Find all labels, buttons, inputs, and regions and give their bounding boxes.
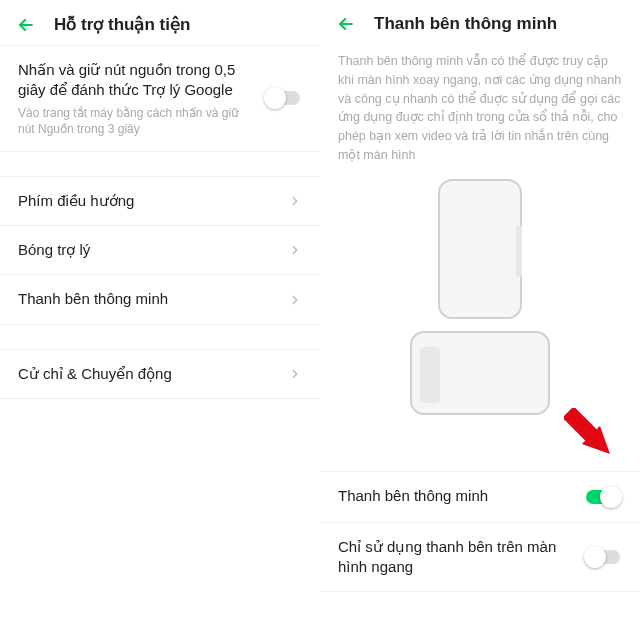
back-arrow-icon[interactable]	[16, 15, 36, 35]
description-text: Thanh bên thông minh vẫn có thể được tru…	[320, 44, 640, 169]
left-settings-pane: Hỗ trợ thuận tiện Nhấn và giữ nút nguồn …	[0, 0, 320, 640]
back-arrow-icon[interactable]	[336, 14, 356, 34]
google-assistant-toggle[interactable]	[264, 87, 302, 109]
row-label: Cử chỉ & Chuyển động	[18, 364, 172, 384]
landscape-only-toggle[interactable]	[584, 546, 622, 568]
chevron-right-icon	[288, 194, 302, 208]
illustration	[320, 169, 640, 425]
smart-sidebar-toggle-row[interactable]: Thanh bên thông minh	[320, 472, 640, 522]
landscape-only-row[interactable]: Chỉ sử dụng thanh bên trên màn hình ngan…	[320, 523, 640, 592]
phone-landscape-icon	[410, 331, 550, 415]
google-assistant-row[interactable]: Nhấn và giữ nút nguồn trong 0,5 giây để …	[0, 46, 320, 151]
assistive-ball-row[interactable]: Bóng trợ lý	[0, 226, 320, 274]
smart-sidebar-toggle[interactable]	[584, 486, 622, 508]
divider	[0, 398, 320, 399]
navigation-keys-row[interactable]: Phím điều hướng	[0, 177, 320, 225]
divider	[320, 591, 640, 592]
page-title: Thanh bên thông minh	[374, 14, 557, 34]
phone-portrait-icon	[438, 179, 522, 319]
row-label: Thanh bên thông minh	[338, 486, 488, 506]
row-label: Chỉ sử dụng thanh bên trên màn hình ngan…	[338, 537, 572, 578]
chevron-right-icon	[288, 243, 302, 257]
page-title: Hỗ trợ thuận tiện	[54, 14, 190, 35]
chevron-right-icon	[288, 367, 302, 381]
row-label: Thanh bên thông minh	[18, 289, 168, 309]
smart-sidebar-row[interactable]: Thanh bên thông minh	[0, 275, 320, 323]
right-settings-pane: Thanh bên thông minh Thanh bên thông min…	[320, 0, 640, 640]
header-right: Thanh bên thông minh	[320, 0, 640, 44]
row-label: Bóng trợ lý	[18, 240, 90, 260]
chevron-right-icon	[288, 293, 302, 307]
gesture-motion-row[interactable]: Cử chỉ & Chuyển động	[0, 350, 320, 398]
row-label: Nhấn và giữ nút nguồn trong 0,5 giây để …	[18, 60, 252, 101]
row-label: Phím điều hướng	[18, 191, 134, 211]
row-sublabel: Vào trang tắt máy bằng cách nhấn và giữ …	[18, 105, 252, 137]
header-left: Hỗ trợ thuận tiện	[0, 0, 320, 45]
